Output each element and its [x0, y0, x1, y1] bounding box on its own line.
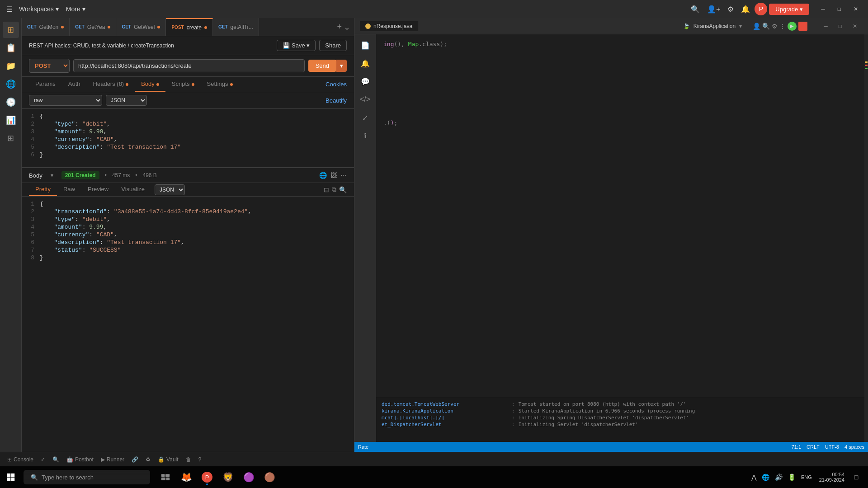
close-button[interactable]: ✕: [847, 2, 864, 16]
search-resp-icon[interactable]: 🔍: [339, 186, 347, 193]
more-options-icon[interactable]: ⋯: [340, 172, 347, 179]
help-button[interactable]: ?: [198, 456, 202, 463]
checkmark-button[interactable]: ✓: [41, 456, 45, 463]
minimize-button[interactable]: ─: [815, 2, 831, 16]
ide-user-button[interactable]: 👤: [753, 22, 760, 31]
ide-maximize[interactable]: □: [833, 21, 847, 31]
clock[interactable]: 00:54 21-09-2024: [816, 472, 848, 483]
workspace-button[interactable]: Workspaces ▾: [19, 5, 59, 13]
tab-headers[interactable]: Headers (8): [87, 77, 135, 92]
bell-button[interactable]: 🔔: [738, 2, 753, 16]
upgrade-button[interactable]: Upgrade ▾: [769, 4, 809, 15]
cursor-position[interactable]: 71:1: [792, 444, 801, 450]
copy-icon[interactable]: ⧉: [332, 186, 336, 193]
notification-button[interactable]: □: [850, 471, 863, 483]
encoding[interactable]: UTF-8: [825, 444, 839, 450]
tab-scripts[interactable]: Scripts: [165, 77, 201, 92]
resp-tab-pretty[interactable]: Pretty: [29, 183, 57, 196]
ide-more-button[interactable]: ⋮: [779, 22, 786, 31]
start-button[interactable]: [0, 466, 22, 488]
tab-getweel[interactable]: GET GetWeel: [116, 18, 166, 36]
ide-minimize[interactable]: ─: [818, 21, 833, 31]
browser-app[interactable]: 🦊: [176, 467, 196, 487]
link-button[interactable]: 🔗: [132, 456, 138, 463]
sidebar-home[interactable]: ⊞: [3, 22, 19, 38]
search-box[interactable]: 🔍 Type here to search: [24, 470, 150, 484]
sidebar-mock[interactable]: 🕒: [3, 94, 19, 110]
resp-tab-raw[interactable]: Raw: [57, 183, 81, 196]
line-ending[interactable]: CRLF: [807, 444, 820, 450]
sidebar-history[interactable]: 📋: [3, 40, 19, 56]
request-body-editor[interactable]: 1 { 2 "type": "debit", 3 "amount": 9.99,…: [22, 109, 354, 168]
tab-settings[interactable]: Settings: [201, 77, 239, 92]
more-button[interactable]: More ▾: [62, 5, 89, 13]
collection-link[interactable]: REST API basics: CRUD, test & variable: [29, 42, 126, 49]
settings-button[interactable]: ⚙: [725, 2, 736, 16]
console-button[interactable]: ⊞ Console: [7, 456, 33, 463]
ide-search-button[interactable]: 🔍: [762, 22, 770, 31]
postbot-button[interactable]: 🤖 Postbot: [66, 456, 94, 463]
ide-file-tab[interactable]: nResponse.java: [360, 21, 418, 31]
search-bottom-button[interactable]: 🔍: [52, 456, 59, 463]
body-format-select[interactable]: JSON Text JavaScript HTML XML: [106, 95, 147, 106]
ide-expand-icon[interactable]: ⤢: [358, 110, 373, 125]
save-button[interactable]: 💾 Save ▾: [277, 40, 316, 51]
ide-git-icon[interactable]: </>: [358, 92, 373, 107]
sidebar-flows[interactable]: ⊞: [3, 130, 19, 146]
tab-body[interactable]: Body: [135, 77, 165, 92]
tray-up-arrow[interactable]: ⋀: [750, 472, 758, 483]
beautify-button[interactable]: Beautify: [326, 97, 347, 104]
image-icon[interactable]: 🖼: [330, 172, 337, 179]
ide-settings-button[interactable]: ⚙: [772, 22, 778, 31]
trash-button[interactable]: 🗑: [186, 456, 191, 463]
ide-chat-icon[interactable]: 💬: [358, 74, 373, 89]
resp-tab-visualize[interactable]: Visualize: [115, 183, 151, 196]
vpn-app[interactable]: 🟤: [259, 467, 279, 487]
run-indicator[interactable]: ▶: [788, 22, 797, 31]
response-body[interactable]: 1 { 2 "transactionId": "3a488e55-1a74-4d…: [22, 197, 354, 265]
language-indicator[interactable]: ENG: [799, 474, 814, 480]
vault-button[interactable]: 🔒 Vault: [158, 456, 178, 463]
invite-button[interactable]: 👤+: [704, 2, 723, 16]
body-type-select[interactable]: raw form-data x-www-form-urlencoded bina…: [29, 95, 102, 106]
method-select[interactable]: POST GET PUT DELETE: [29, 59, 70, 73]
search-button[interactable]: 🔍: [688, 2, 703, 16]
ide-notification-icon[interactable]: 🔔: [358, 56, 373, 70]
tab-auth[interactable]: Auth: [62, 77, 87, 92]
tab-postcreate[interactable]: POST create: [166, 18, 213, 36]
brave-app[interactable]: 🦁: [218, 467, 238, 487]
hamburger-button[interactable]: ☰: [4, 2, 15, 16]
postman-app[interactable]: P: [197, 467, 217, 487]
sidebar-environments[interactable]: 🌐: [3, 76, 19, 92]
send-dropdown[interactable]: ▾: [336, 60, 347, 72]
recycle-button[interactable]: ♻: [146, 456, 151, 463]
tab-getyear[interactable]: GET GetYea: [70, 18, 116, 36]
url-input[interactable]: [73, 59, 305, 72]
network-icon[interactable]: 🌐: [760, 472, 771, 483]
sidebar-monitors[interactable]: 📊: [3, 112, 19, 128]
volume-icon[interactable]: 🔊: [773, 472, 784, 483]
cookies-button[interactable]: Cookies: [326, 81, 347, 88]
runner-button[interactable]: ▶ Runner: [101, 456, 124, 463]
ide-close[interactable]: ✕: [847, 21, 863, 31]
ide-code-area[interactable]: ing(), Map.class); .(); ded.tomcat.Tomca…: [376, 34, 868, 442]
resp-tab-preview[interactable]: Preview: [81, 183, 115, 196]
ide-doc-icon[interactable]: 📄: [358, 38, 373, 52]
taskview-button[interactable]: [156, 467, 175, 487]
add-tab-button[interactable]: +: [337, 22, 342, 32]
intellij-app[interactable]: 🟣: [239, 467, 259, 487]
body-dropdown[interactable]: ▾: [48, 171, 56, 180]
tab-getmon[interactable]: GET GetMon: [22, 18, 70, 36]
battery-icon[interactable]: 🔋: [786, 472, 797, 483]
sidebar-collections[interactable]: 📁: [3, 58, 19, 74]
maximize-button[interactable]: □: [831, 2, 847, 16]
resp-format-select[interactable]: JSON Text: [155, 184, 185, 195]
ide-info-icon[interactable]: ℹ: [358, 128, 373, 143]
tab-params[interactable]: Params: [29, 77, 62, 92]
filter-icon[interactable]: ⊟: [324, 186, 329, 193]
stop-button[interactable]: [798, 22, 807, 31]
share-button[interactable]: Share: [319, 40, 347, 51]
tab-overflow-button[interactable]: ⌄: [344, 22, 350, 32]
globe-icon[interactable]: 🌐: [319, 172, 327, 179]
indent[interactable]: 4 spaces: [844, 444, 864, 450]
